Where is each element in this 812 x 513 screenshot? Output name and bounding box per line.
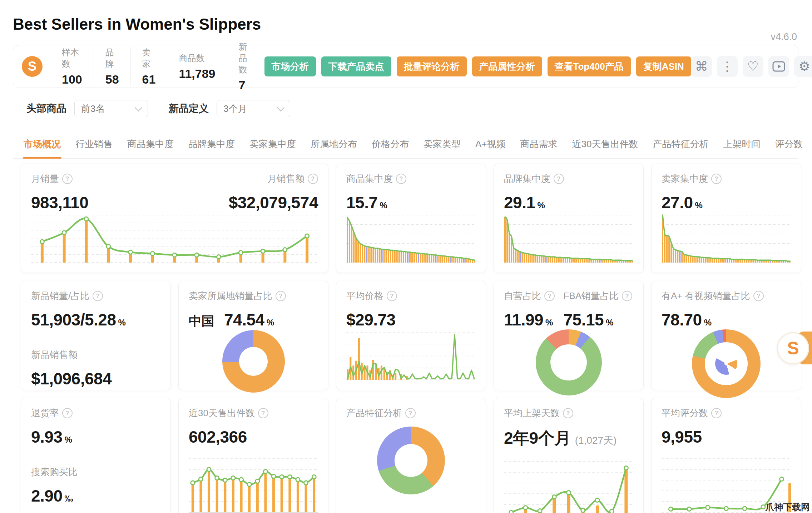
title-text: 新品销量/占比 (31, 290, 89, 302)
title-text: 产品特征分析 (346, 407, 402, 419)
market-analysis-button[interactable]: 市场分析 (264, 56, 316, 76)
filters-row: 头部商品 前3名 新品定义 3个月 (26, 100, 290, 117)
stat-sample-count: 样本数 100 (50, 47, 94, 86)
tab-seller-type[interactable]: 卖家类型 (423, 133, 461, 158)
help-icon[interactable]: ? (753, 291, 764, 301)
tab-feature-analysis[interactable]: 产品特征分析 (652, 133, 709, 158)
settings-gear-icon[interactable]: ⚙ (794, 56, 812, 77)
tab-brand-concentration[interactable]: 品牌集中度 (188, 133, 236, 158)
value-text: $29.73 (346, 310, 396, 329)
title-text: 品牌集中度 (504, 173, 550, 185)
brand-concentration-chart (504, 212, 633, 264)
version-label: v4.6.0 (771, 31, 797, 43)
tab-price-distribution[interactable]: 价格分布 (371, 133, 410, 158)
card-average-shelf-days: 平均上架天数 ? 2年9个月 (1,027天) (494, 398, 644, 513)
help-icon[interactable]: ? (711, 174, 722, 184)
help-icon[interactable]: ? (622, 291, 632, 301)
tab-location-distribution[interactable]: 所属地分布 (310, 133, 358, 158)
help-icon[interactable]: ? (563, 408, 573, 418)
new-product-definition-select[interactable]: 3个月 (217, 100, 290, 117)
section-tabs: 市场概况 行业销售 商品集中度 品牌集中度 卖家集中度 所属地分布 价格分布 卖… (13, 133, 798, 159)
tab-market-overview[interactable]: 市场概况 (23, 133, 61, 158)
value-text: 2.90 (31, 486, 63, 505)
value-unit: % (380, 200, 387, 210)
select-value: 前3名 (81, 103, 105, 115)
value-text: $32,079,574 (229, 193, 318, 212)
feature-analysis-donut-chart (377, 427, 445, 494)
new-product-revenue-title: 新品销售额 (31, 349, 160, 361)
help-icon[interactable]: ? (544, 291, 555, 301)
action-buttons: 市场分析 下载产品卖点 批量评论分析 产品属性分析 查看Top400产品 复制A… (264, 56, 691, 76)
average-price-value: $29.73 (346, 310, 476, 329)
more-options-icon[interactable]: ⋮ (717, 56, 738, 77)
card-product-concentration: 商品集中度 ? 15.7 % (336, 164, 486, 273)
tab-units-sold-30d[interactable]: 近30天售出件数 (571, 133, 639, 158)
help-icon[interactable]: ? (396, 174, 406, 184)
floating-sellersprite-widget[interactable]: S (777, 332, 811, 364)
card-fba-share: 自营占比 ? FBA销量占比 ? 11.99 % 75.15 % (494, 281, 644, 390)
sellersprite-logo-icon: S (22, 56, 43, 77)
card-units-sold-30d: 近30天售出件数 ? 602,366 (178, 398, 328, 513)
title-text: 月销量 (31, 173, 59, 185)
title-text: 商品集中度 (346, 173, 393, 185)
stat-label: 样本数 (62, 47, 82, 70)
tab-product-demand[interactable]: 商品需求 (520, 133, 558, 158)
apps-grid-icon[interactable]: ⌘ (691, 56, 712, 77)
tab-listing-time[interactable]: 上架时间 (722, 133, 761, 158)
value-unit: ‰ (65, 494, 73, 504)
title-text: 卖家集中度 (662, 173, 708, 185)
help-icon[interactable]: ? (62, 408, 73, 418)
return-rate-value: 9.93 % (31, 427, 160, 447)
view-top400-button[interactable]: 查看Top400产品 (548, 56, 631, 76)
card-title: 平均上架天数 ? (504, 407, 633, 419)
value-text: 9.93 (31, 427, 63, 447)
video-tutorial-icon[interactable] (768, 56, 789, 77)
card-feature-analysis: 产品特征分析 ? (336, 398, 486, 513)
value-unit: % (538, 200, 545, 210)
card-average-rating-count: 平均评分数 ? 9,955 (651, 398, 801, 513)
download-selling-points-button[interactable]: 下载产品卖点 (321, 56, 391, 76)
tab-rating-count[interactable]: 评分数 (774, 133, 803, 158)
toolbar-icon-group: ⌘ ⋮ ♡ ⚙ 收起 (691, 56, 812, 77)
select-value: 3个月 (223, 103, 247, 115)
chevron-down-icon (277, 104, 284, 111)
value-text: 15.7 (346, 193, 378, 212)
card-seller-concentration: 卖家集中度 ? 27.0 % (651, 164, 801, 273)
help-icon[interactable]: ? (62, 174, 73, 184)
value-extra: (1,027天) (575, 434, 617, 447)
card-title: 卖家集中度 ? (662, 173, 791, 185)
donut-hole (239, 347, 268, 376)
filter-label: 新品定义 (169, 102, 209, 115)
title-text: 卖家所属地销量占比 (189, 290, 272, 302)
tab-seller-concentration[interactable]: 卖家集中度 (249, 133, 297, 158)
top-products-select[interactable]: 前3名 (74, 100, 148, 117)
stat-value: 61 (142, 73, 156, 86)
help-icon[interactable]: ? (387, 291, 397, 301)
tab-aplus-video[interactable]: A+视频 (475, 133, 506, 158)
aplus-video-sunburst-chart (692, 329, 761, 398)
help-icon[interactable]: ? (308, 174, 318, 184)
help-icon[interactable]: ? (276, 291, 286, 301)
title-text: FBA销量占比 (564, 290, 619, 302)
card-seller-location: 卖家所属地销量占比 ? 中国 74.54 % (178, 281, 328, 390)
copy-asin-button[interactable]: 复制ASIN (636, 56, 691, 76)
help-icon[interactable]: ? (554, 174, 564, 184)
monthly-revenue-value: $32,079,574 (229, 193, 318, 212)
help-icon[interactable]: ? (405, 408, 416, 418)
country-label: 中国 (189, 313, 214, 330)
filter-top-products: 头部商品 前3名 (26, 100, 148, 117)
card-brand-concentration: 品牌集中度 ? 29.1 % (494, 164, 644, 273)
card-title: 品牌集中度 ? (504, 173, 633, 185)
filter-label: 头部商品 (26, 102, 66, 115)
card-title: 产品特征分析 ? (346, 407, 476, 419)
card-return-rate: 退货率 ? 9.93 % 搜索购买比 2.90 ‰ (21, 398, 171, 513)
help-icon[interactable]: ? (93, 291, 103, 301)
tab-industry-sales[interactable]: 行业销售 (75, 133, 113, 158)
value-text: 51,903/5.28 (31, 310, 116, 329)
help-icon[interactable]: ? (711, 408, 722, 418)
product-attribute-analysis-button[interactable]: 产品属性分析 (472, 56, 542, 76)
tab-product-concentration[interactable]: 商品集中度 (127, 133, 174, 158)
batch-review-analysis-button[interactable]: 批量评论分析 (397, 56, 467, 76)
help-icon[interactable]: ? (258, 408, 268, 418)
favorite-heart-icon[interactable]: ♡ (743, 56, 763, 77)
